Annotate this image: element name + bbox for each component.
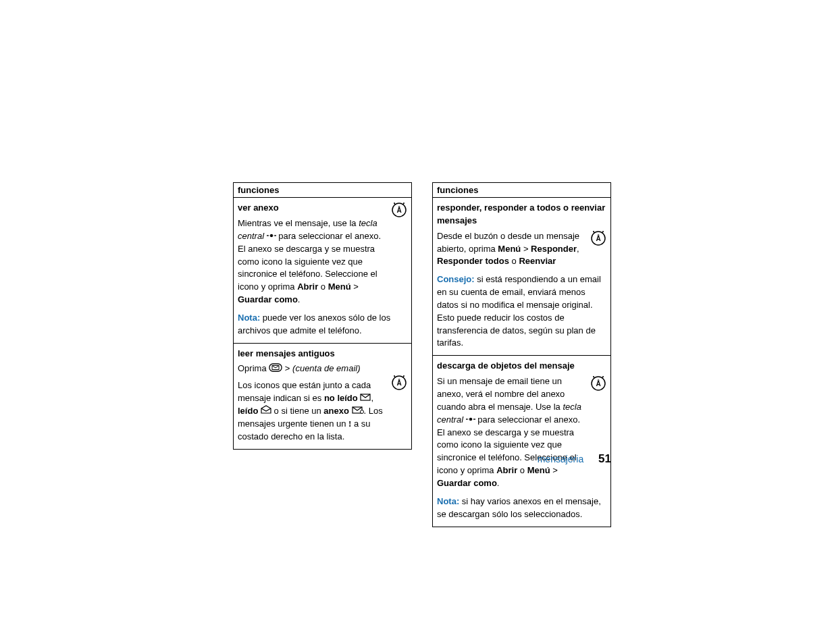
cell-responder: responder, responder a todos o reenviar … [433,198,611,356]
functions-table-right: funciones responder, responder a todos o… [432,182,611,527]
note-text: Nota: puede ver los anexos sólo de los a… [238,312,407,338]
svg-point-20 [593,231,594,232]
feature-badge-icon: Å [391,375,407,391]
feature-badge-icon: Å [391,202,407,218]
center-key-icon [267,230,276,243]
two-column-layout: funciones ver anexo Mientras ve el mensa… [233,182,611,527]
cell-leer-antiguos: leer mensajes antiguos Oprima > (cuenta … [234,343,412,449]
cell-descarga: descarga de objetos del mensaje Si un me… [433,356,611,527]
page-number: 51 [598,452,611,465]
section-title: leer mensajes antiguos [238,348,407,360]
section-label: mensajeria [538,454,583,464]
section-title: descarga de objetos del mensaje [437,360,606,373]
svg-point-21 [602,231,604,232]
svg-point-7 [394,203,395,204]
table-header: funciones [234,183,412,198]
svg-point-30 [602,376,604,377]
svg-point-8 [403,203,405,204]
svg-point-17 [403,375,405,377]
svg-point-29 [593,376,594,377]
center-key-icon [466,414,475,427]
svg-point-22 [469,418,471,421]
feature-badge-icon: Å [590,230,606,246]
section-title: responder, responder a todos o reenviar … [437,202,606,227]
svg-point-3 [267,235,268,236]
envelope-open-icon [261,405,271,418]
tip-text: Consejo: si está respondiendo a un email… [437,273,606,350]
svg-text:Å: Å [396,206,401,214]
body-text: Los iconos que están junto a cada mensaj… [238,379,388,444]
feature-badge-icon: Å [590,375,606,392]
svg-point-13 [360,410,363,414]
page-footer: mensajeria 51 [538,452,611,466]
right-column: funciones responder, responder a todos o… [432,182,611,527]
body-text: Desde el buzón o desde un mensaje abiert… [437,230,588,269]
left-column: funciones ver anexo Mientras ve el mensa… [233,182,412,527]
section-title: ver anexo [238,202,388,215]
svg-point-0 [269,234,272,237]
svg-point-25 [466,419,467,420]
manual-page: funciones ver anexo Mientras ve el mensa… [233,182,611,527]
note-text: Nota: si hay varios anexos en el mensaje… [437,495,606,521]
message-key-icon [269,363,282,376]
svg-text:Å: Å [396,379,401,387]
svg-point-16 [394,375,395,377]
svg-text:Å: Å [596,234,600,242]
envelope-closed-icon [360,392,371,405]
body-text: Mientras ve el mensaje, use la tecla cen… [238,217,388,306]
functions-table-left: funciones ver anexo Mientras ve el mensa… [233,182,412,450]
table-header: funciones [433,183,611,198]
cell-ver-anexo: ver anexo Mientras ve el mensaje, use la… [234,198,412,344]
body-text: Si un mensaje de email tiene un anexo, v… [437,375,588,490]
envelope-attach-icon [352,405,364,418]
body-text: Oprima > (cuenta de email) [238,363,388,375]
svg-text:Å: Å [596,379,600,387]
